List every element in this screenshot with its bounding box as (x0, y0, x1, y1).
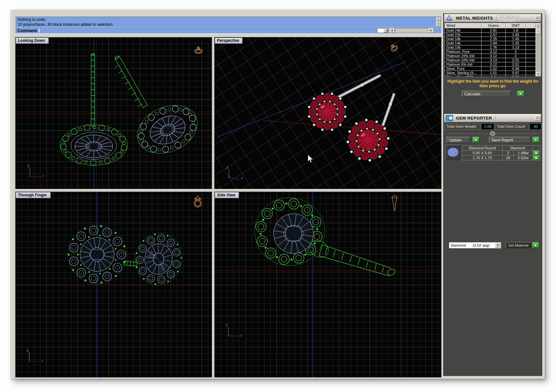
column-header-dwt[interactable]: DWT (506, 23, 526, 28)
gem-weight: 1.48tw (514, 151, 533, 155)
side-post (319, 245, 396, 276)
metal-table-scrollbar[interactable]: ▲ ≡ ▼ (536, 23, 541, 76)
scroll-down-icon[interactable]: ▼ (436, 22, 441, 26)
earring-right-head (130, 96, 205, 162)
table-row[interactable]: Silver, Pure1.520.98 (445, 67, 541, 71)
calculate-button[interactable]: Calculate (462, 91, 511, 97)
table-row[interactable]: Gold 14k1.941.25 (445, 41, 541, 45)
viewport-side-view[interactable]: Side View (214, 191, 442, 378)
command-row[interactable]: Command: ▼ ◄ ► (16, 27, 442, 34)
close-icon[interactable]: ✕ (535, 16, 540, 21)
metal-weights-header[interactable]: METAL WEIGHTS 10 Objects Checked ✕ (444, 14, 541, 22)
viewport-tab-through-finger[interactable]: Through Finger (16, 192, 51, 198)
gem-thumbnail-image (446, 145, 460, 159)
right-panel: METAL WEIGHTS 10 Objects Checked ✕ Metal… (443, 13, 542, 376)
app-window: Nothing to undo. 10 polysurfaces, 30 blo… (11, 10, 545, 379)
history-line-2: 10 polysurfaces, 30 block instances adde… (18, 22, 435, 27)
axis-glyph: z y (224, 166, 244, 182)
total-gem-count-label: Total Gem Count (495, 124, 529, 130)
gem-table-header: Diamond Round Diamond (462, 146, 540, 151)
scroll-up-icon[interactable]: ▲ (536, 23, 541, 28)
scroll-up-icon[interactable]: ▲ (436, 17, 441, 22)
ring-view-icon (193, 194, 203, 209)
metal-weights-table[interactable]: Metal Grams DWT Gold 24k2.811.8 Gold 22k… (445, 23, 541, 77)
close-icon[interactable]: ✕ (535, 116, 540, 121)
combo-dropdown-icon[interactable]: ▼ (495, 243, 500, 248)
axis-v-label: z (227, 166, 228, 169)
halo-head-right (131, 229, 186, 289)
viewport-tab-side-view[interactable]: Side View (215, 192, 239, 198)
table-row[interactable]: Platinum 10% Irid3.132.01 (445, 58, 541, 62)
material-select[interactable]: Diamond (3.52 spg) ▼ (449, 242, 501, 248)
viewport-tab-looking-down[interactable]: Looking Down (16, 38, 49, 44)
set-material-button[interactable]: Set Material (506, 242, 531, 248)
command-scroll-track[interactable] (395, 28, 428, 33)
metal-table-header-row: Metal Grams DWT (445, 23, 541, 28)
axis-glyph: z x (25, 349, 45, 365)
table-row[interactable]: Silver, Sterling (9...1.510.97 (445, 71, 541, 75)
gem-header-blank (533, 146, 540, 150)
set-material-go-icon[interactable]: ▶ (532, 242, 539, 248)
metal-weights-title: METAL WEIGHTS (456, 16, 493, 21)
ring-view-icon (390, 194, 399, 213)
gem-go-icon[interactable]: ▶ (533, 151, 539, 155)
command-option-spinner[interactable]: ▼ (377, 28, 388, 33)
viewport-perspective[interactable]: Perspective (214, 37, 442, 189)
gem-row[interactable]: 1.70 X 1.70 28 0.52tw ▶ (462, 155, 540, 160)
text-caret (39, 28, 40, 33)
command-scroll-left-icon[interactable]: ◄ (389, 28, 395, 33)
gem-thumbnail[interactable] (446, 145, 461, 160)
stud-head-1 (308, 92, 346, 131)
total-gem-weight-value: 2.00 (481, 124, 494, 130)
command-scroll-right-icon[interactable]: ► (428, 28, 434, 33)
side-head (255, 198, 331, 266)
axis-h-label: y (241, 176, 243, 180)
axis-v-label: z (226, 323, 227, 327)
history-scrollbar[interactable]: ▲ ▼ (436, 17, 441, 27)
viewport-looking-down[interactable]: Looking Down (15, 37, 212, 189)
scroll-down-icon[interactable]: ▼ (536, 72, 541, 76)
table-row[interactable]: Gold 22k2.571.65 (445, 33, 541, 37)
gem-type-header: Diamond (503, 146, 533, 150)
header-divider (496, 15, 497, 21)
table-row[interactable]: Platinum 5% Irid3.122.01 (445, 62, 541, 67)
table-row[interactable]: Platinum, Pure3.122 (445, 50, 541, 54)
gem-group-header: Diamond Round (462, 146, 503, 150)
table-row[interactable]: Gold 18k2.251.45 (445, 37, 541, 41)
table-row[interactable]: Platinum 15% Irid3.122 (445, 54, 541, 58)
ring-view-icon (193, 45, 204, 55)
scrollbar-thumb[interactable]: ≡ (536, 28, 541, 34)
gem-reporter-header[interactable]: GEM REPORTER ✕ (444, 114, 541, 122)
ring-view-icon (388, 41, 399, 54)
table-row[interactable]: Gold 10k1.761.13 (445, 45, 541, 50)
save-report-button[interactable]: Save Report (489, 137, 530, 143)
table-row[interactable]: Gold 24k2.811.8 (445, 28, 541, 33)
through-finger-drawing (15, 192, 212, 378)
column-header-metal[interactable]: Metal (445, 23, 481, 28)
column-header-grams[interactable]: Grams (481, 23, 506, 28)
calculate-go-icon[interactable]: ▶ (517, 91, 524, 96)
gem-reporter-icon (445, 115, 453, 122)
collapse-toggle-icon[interactable]: ▲ (490, 131, 495, 136)
gem-table[interactable]: Diamond Round Diamond 5.90 X 5.90 2 1.48… (462, 145, 540, 160)
gem-row[interactable]: 5.90 X 5.90 2 1.48tw ▶ (462, 151, 540, 155)
earring-left-post (91, 54, 95, 126)
gem-go-icon[interactable]: ▶ (533, 156, 539, 160)
earring-right-post (114, 55, 147, 108)
command-history[interactable]: Nothing to undo. 10 polysurfaces, 30 blo… (16, 17, 442, 27)
table-row[interactable]: Silver, Coin (900)1.50.96 (445, 75, 541, 77)
update-button[interactable]: Update (446, 137, 470, 143)
total-gem-weight-label: Total Gem Weight (445, 124, 480, 130)
side-view-drawing (214, 192, 442, 378)
spinner-dropdown-icon[interactable]: ▼ (383, 28, 388, 33)
metal-weights-icon (445, 15, 453, 22)
material-name: Diamond (451, 243, 466, 248)
axis-h-label: x (42, 174, 44, 178)
viewport-tab-perspective[interactable]: Perspective (215, 38, 243, 44)
save-report-go-icon[interactable]: ▶ (533, 137, 539, 142)
axis-glyph: z y (224, 323, 244, 340)
mouse-cursor (308, 155, 313, 163)
update-go-icon[interactable]: ▶ (473, 137, 479, 142)
gem-weight: 0.52tw (514, 155, 533, 160)
viewport-through-finger[interactable]: Through Finger (15, 191, 212, 378)
